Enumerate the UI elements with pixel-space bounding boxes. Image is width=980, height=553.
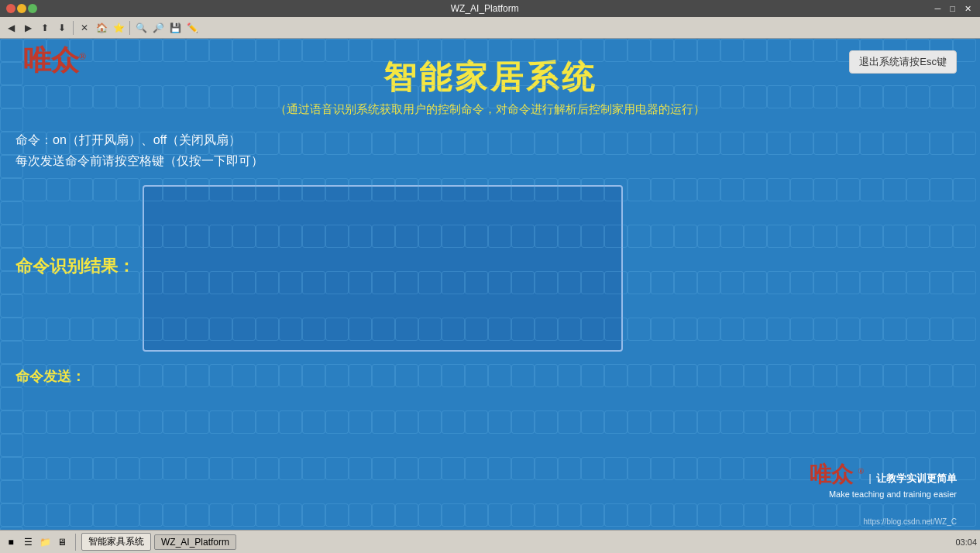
minimize-dot[interactable] — [17, 4, 26, 13]
toolbar-up[interactable]: ⬆ — [37, 20, 53, 36]
app-title-main: 智能家居系统 — [0, 56, 980, 99]
title-bar-dots — [6, 4, 37, 13]
title-bar-controls: ─ □ ✕ — [933, 4, 974, 14]
bottom-url: https://blog.csdn.net/WZ_C — [863, 517, 957, 526]
toolbar-favorite[interactable]: ⭐ — [111, 20, 126, 36]
window-title: WZ_AI_Platform — [37, 3, 933, 14]
taskbar-icon-2[interactable]: ☰ — [20, 534, 36, 550]
url-text: https://blog.csdn.net/WZ_C — [863, 517, 957, 526]
brand-slogan: 让教学实训更简单 — [876, 472, 957, 484]
result-box[interactable] — [143, 185, 623, 352]
close-dot[interactable] — [6, 4, 15, 13]
toolbar-down[interactable]: ⬇ — [54, 20, 70, 36]
cmd-send: 命令发送： — [15, 367, 980, 386]
taskbar-right: 03:04 — [955, 538, 977, 547]
toolbar-home[interactable]: 🏠 — [94, 20, 109, 36]
taskbar-icon-1[interactable]: ■ — [3, 534, 19, 550]
main-content: 唯众® 退出系统请按Esc键 智能家居系统 （通过语音识别系统获取用户的控制命令… — [0, 39, 980, 530]
result-label: 命令识别结果： — [15, 255, 135, 278]
logo-trademark: ® — [79, 51, 86, 62]
title-bar: WZ_AI_Platform ─ □ ✕ — [0, 0, 980, 17]
taskbar-icon-4[interactable]: 🖥 — [54, 534, 70, 550]
logo-text: 唯众® — [23, 46, 86, 74]
bottom-brand-logo: 唯众 ® | 让教学实训更简单 — [810, 460, 957, 489]
toolbar-edit[interactable]: ✏️ — [184, 20, 200, 36]
toolbar: ◀ ▶ ⬆ ⬇ ✕ 🏠 ⭐ 🔍 🔎 💾 ✏️ — [0, 17, 980, 39]
toolbar-forward[interactable]: ▶ — [20, 20, 36, 36]
taskbar-item-2[interactable]: WZ_AI_Platform — [154, 534, 236, 550]
cmd-line-2: 每次发送命令前请按空格键（仅按一下即可） — [15, 153, 980, 170]
exit-button[interactable]: 退出系统请按Esc键 — [849, 50, 957, 74]
toolbar-stop[interactable]: ✕ — [77, 20, 92, 36]
toolbar-search2[interactable]: 🔎 — [150, 20, 166, 36]
cmd-line-1: 命令：on（打开风扇）、off（关闭风扇） — [15, 132, 980, 149]
cmd-info: 命令：on（打开风扇）、off（关闭风扇） 每次发送命令前请按空格键（仅按一下即… — [15, 132, 980, 170]
taskbar-item-1[interactable]: 智能家具系统 — [81, 533, 151, 551]
logo: 唯众® — [23, 46, 86, 74]
taskbar-sep — [75, 534, 76, 551]
brand-trademark: ® — [858, 467, 863, 476]
toolbar-search[interactable]: 🔍 — [133, 20, 149, 36]
toolbar-back[interactable]: ◀ — [3, 20, 19, 36]
maximize-dot[interactable] — [28, 4, 37, 13]
close-button[interactable]: ✕ — [962, 4, 974, 14]
brand-logo-text: 唯众 — [810, 462, 853, 486]
taskbar: ■ ☰ 📁 🖥 智能家具系统 WZ_AI_Platform 03:04 — [0, 530, 980, 553]
taskbar-start-icons: ■ ☰ 📁 🖥 — [3, 534, 70, 550]
app-title-sub: （通过语音识别系统获取用户的控制命令，对命令进行解析后控制家用电器的运行） — [0, 102, 980, 117]
maximize-button[interactable]: □ — [947, 4, 958, 14]
app-title: 智能家居系统 （通过语音识别系统获取用户的控制命令，对命令进行解析后控制家用电器… — [0, 46, 980, 117]
logo-char1: 唯 — [23, 45, 51, 76]
toolbar-save[interactable]: 💾 — [167, 20, 183, 36]
bottom-brand: 唯众 ® | 让教学实训更简单 Make teaching and traini… — [810, 460, 957, 499]
logo-char2: 众 — [51, 45, 79, 76]
minimize-button[interactable]: ─ — [933, 4, 944, 14]
taskbar-icon-3[interactable]: 📁 — [37, 534, 53, 550]
toolbar-sep-2 — [129, 21, 130, 35]
taskbar-time: 03:04 — [955, 538, 977, 547]
toolbar-sep-1 — [73, 21, 74, 35]
result-section: 命令识别结果： — [15, 185, 980, 352]
brand-separator: | — [868, 472, 871, 484]
brand-slogan-en: Make teaching and training easier — [810, 489, 957, 499]
